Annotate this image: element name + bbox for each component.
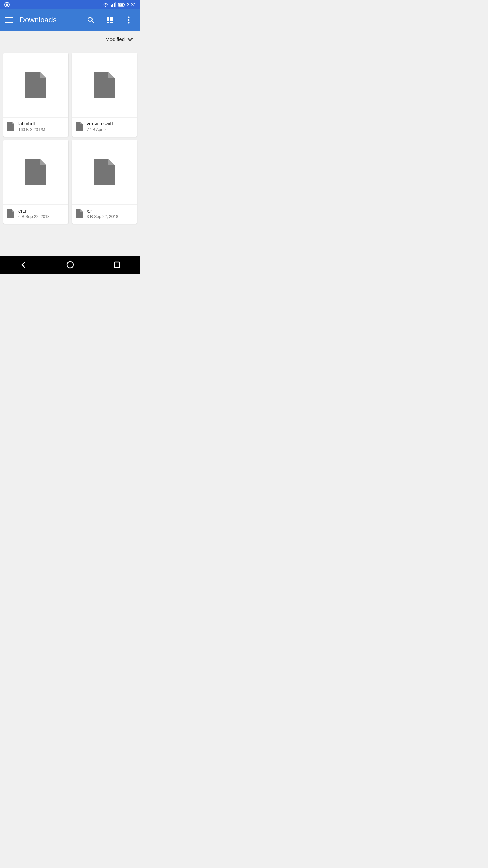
svg-point-1 [6,4,8,6]
file-small-icon [7,209,15,218]
svg-rect-5 [115,2,116,7]
file-info: version.swift 77 B Apr 9 [72,117,137,137]
svg-rect-7 [124,4,125,5]
file-thumbnail [72,53,137,117]
file-large-icon [93,158,116,186]
file-card[interactable]: version.swift 77 B Apr 9 [72,53,137,137]
file-small-icon [75,122,83,131]
file-large-icon [24,158,48,186]
file-info: ert.r 6 B Sep 22, 2018 [3,204,68,224]
file-thumbnail [3,140,68,204]
battery-icon [118,3,125,7]
file-thumbnail [3,53,68,117]
file-small-icon [7,122,15,131]
file-name: x.r [87,208,118,214]
svg-point-18 [128,19,130,21]
svg-point-20 [67,262,73,268]
back-button[interactable] [13,258,34,271]
sort-bar: Modified [0,31,140,48]
file-name: ert.r [18,208,50,214]
wifi-icon [103,2,109,7]
svg-rect-12 [110,17,113,19]
file-name: version.swift [87,121,113,126]
file-info: x.r 3 B Sep 22, 2018 [72,204,137,224]
search-icon[interactable] [85,14,97,26]
file-info: lab.vhdl 160 B 3:23 PM [3,117,68,137]
file-card[interactable]: lab.vhdl 160 B 3:23 PM [3,53,68,137]
home-button[interactable] [60,258,81,271]
status-bar-left [4,2,10,8]
app-bar: Downloads [0,9,140,31]
more-options-icon[interactable] [123,14,135,26]
signal-icon [111,2,116,7]
file-grid: lab.vhdl 160 B 3:23 PM version. [0,48,140,229]
recording-icon [4,2,10,8]
file-meta: x.r 3 B Sep 22, 2018 [87,208,118,219]
file-large-icon [93,71,116,99]
status-bar-right: 3:31 [103,2,136,7]
svg-point-17 [128,17,130,18]
grid-view-icon[interactable] [104,14,116,26]
svg-rect-3 [112,4,113,7]
svg-point-19 [128,22,130,24]
chevron-down-icon [127,36,134,43]
recent-apps-button[interactable] [106,258,127,271]
file-thumbnail [72,140,137,204]
file-large-icon [24,71,48,99]
file-meta: lab.vhdl 160 B 3:23 PM [18,121,45,132]
nav-bar [0,256,140,274]
file-card[interactable]: x.r 3 B Sep 22, 2018 [72,140,137,224]
spacer [0,229,140,256]
file-meta: version.swift 77 B Apr 9 [87,121,113,132]
file-name: lab.vhdl [18,121,45,126]
file-details: 160 B 3:23 PM [18,127,45,132]
file-details: 3 B Sep 22, 2018 [87,214,118,219]
svg-point-9 [88,17,92,21]
file-meta: ert.r 6 B Sep 22, 2018 [18,208,50,219]
svg-line-10 [92,21,94,23]
svg-rect-16 [110,22,113,23]
file-card[interactable]: ert.r 6 B Sep 22, 2018 [3,140,68,224]
svg-rect-11 [107,17,109,19]
svg-rect-21 [114,262,120,268]
menu-icon[interactable] [5,17,13,23]
file-details: 6 B Sep 22, 2018 [18,214,50,219]
status-bar: 3:31 [0,0,140,9]
svg-rect-15 [107,22,109,23]
svg-rect-14 [110,19,113,21]
svg-rect-13 [107,19,109,21]
page-title: Downloads [20,16,78,24]
file-small-icon [75,209,83,218]
svg-rect-4 [114,3,115,7]
status-time: 3:31 [127,2,136,7]
file-details: 77 B Apr 9 [87,127,113,132]
sort-label: Modified [105,36,125,42]
sort-control[interactable]: Modified [105,36,134,43]
svg-rect-2 [111,5,112,7]
